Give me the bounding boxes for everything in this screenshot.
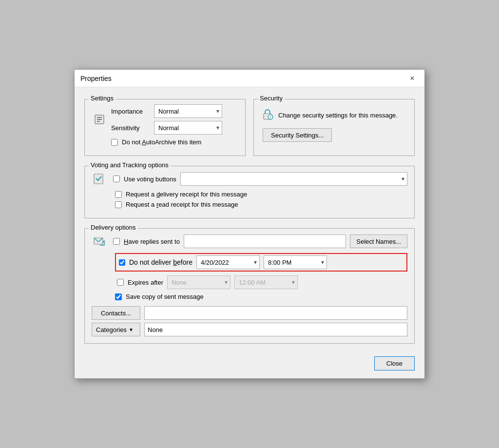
settings-security-row: Settings Importance <box>84 95 415 156</box>
contacts-row: Contacts... <box>92 306 407 320</box>
save-copy-row: Save copy of sent message <box>92 293 407 300</box>
delivery-receipt-row: Request a delivery receipt for this mess… <box>92 191 407 198</box>
settings-icons-row: Importance Normal Low High Sensitivity <box>92 104 238 135</box>
expires-time-select[interactable]: 12:00 AM <box>234 275 298 289</box>
delivery-icon <box>92 234 107 249</box>
expires-after-checkbox[interactable] <box>117 279 124 286</box>
voting-icon <box>92 171 107 187</box>
use-voting-label[interactable]: Use voting buttons <box>124 175 176 183</box>
expires-after-row: Expires after None 12:00 AM <box>92 275 407 289</box>
do-not-deliver-time-select[interactable]: 8:00 PM <box>264 255 327 269</box>
voting-options-dropdown-wrapper[interactable] <box>180 172 407 186</box>
security-settings-button[interactable]: Security Settings... <box>263 128 332 142</box>
do-not-deliver-time-wrapper[interactable]: 8:00 PM <box>264 255 327 269</box>
voting-section: Voting and Tracking options Use voting b… <box>84 166 415 218</box>
security-section: Security ! Change security settings for … <box>253 99 415 156</box>
security-lock-icon: ! <box>261 107 274 123</box>
save-copy-label[interactable]: Save copy of sent message <box>126 293 204 300</box>
do-not-deliver-date-wrapper[interactable]: 4/20/2022 <box>196 255 260 269</box>
delivery-section-label: Delivery options <box>89 224 138 231</box>
importance-select[interactable]: Normal Low High <box>154 104 222 118</box>
security-settings-btn-row: Security Settings... <box>261 128 407 142</box>
voting-section-label: Voting and Tracking options <box>89 161 171 169</box>
close-dialog-button[interactable]: Close <box>374 356 415 370</box>
do-not-deliver-row: Do not deliver before 4/20/2022 8:00 PM <box>115 253 407 272</box>
importance-dropdown-wrapper[interactable]: Normal Low High <box>154 104 222 118</box>
select-names-button[interactable]: Select Names... <box>350 234 407 248</box>
svg-text:!: ! <box>270 116 271 119</box>
security-section-label: Security <box>258 95 285 102</box>
read-receipt-label[interactable]: Request a read receipt for this message <box>126 201 238 208</box>
have-replies-label[interactable]: Have replies sent to <box>124 238 180 245</box>
have-replies-row: Have replies sent to Select Names... <box>92 234 407 249</box>
sensitivity-label: Sensitivity <box>111 124 150 132</box>
do-not-deliver-label[interactable]: Do not deliver before <box>129 258 192 266</box>
delivery-receipt-checkbox[interactable] <box>115 191 122 198</box>
categories-chevron-icon: ▼ <box>129 327 134 332</box>
have-replies-input[interactable] <box>184 234 346 248</box>
sensitivity-dropdown-wrapper[interactable]: Normal Personal Private Confidential <box>154 121 222 135</box>
title-bar: Properties × <box>75 70 424 87</box>
settings-section-label: Settings <box>89 95 115 102</box>
autoarchive-label[interactable]: Do not AutoArchive this item <box>122 138 201 146</box>
contacts-button[interactable]: Contacts... <box>92 306 140 320</box>
settings-section: Settings Importance <box>84 99 246 156</box>
save-copy-checkbox[interactable] <box>115 293 122 300</box>
categories-button[interactable]: Categories ▼ <box>92 323 140 336</box>
security-info-row: ! Change security settings for this mess… <box>261 107 407 123</box>
autoarchive-checkbox[interactable] <box>111 139 118 146</box>
delivery-receipt-label[interactable]: Request a delivery receipt for this mess… <box>126 191 247 198</box>
expires-date-wrapper[interactable]: None <box>167 275 230 289</box>
expires-time-wrapper[interactable]: 12:00 AM <box>234 275 298 289</box>
title-bar-close-button[interactable]: × <box>406 72 419 85</box>
do-not-deliver-checkbox[interactable] <box>119 259 125 266</box>
settings-icon <box>92 112 107 127</box>
autoarchive-row: Do not AutoArchive this item <box>92 138 238 146</box>
categories-input[interactable] <box>144 323 407 336</box>
properties-dialog: Properties × Settings <box>74 69 425 379</box>
contacts-input[interactable] <box>144 306 407 320</box>
dialog-footer: Close <box>75 351 424 378</box>
dialog-title: Properties <box>80 75 112 82</box>
delivery-section: Delivery options Have replies sent to <box>84 228 415 344</box>
sensitivity-select[interactable]: Normal Personal Private Confidential <box>154 121 222 135</box>
expires-checkbox-row: Expires after <box>115 279 163 286</box>
categories-row: Categories ▼ <box>92 323 407 336</box>
have-replies-checkbox[interactable] <box>113 238 120 245</box>
read-receipt-row: Request a read receipt for this message <box>92 201 407 208</box>
expires-date-select[interactable]: None <box>167 275 230 289</box>
voting-icon-row: Use voting buttons <box>92 171 407 187</box>
do-not-deliver-date-select[interactable]: 4/20/2022 <box>196 255 260 269</box>
expires-after-label[interactable]: Expires after <box>128 279 163 286</box>
read-receipt-checkbox[interactable] <box>115 201 122 208</box>
use-voting-row: Use voting buttons <box>111 175 176 183</box>
importance-label: Importance <box>111 108 150 115</box>
svg-rect-7 <box>94 174 103 184</box>
have-replies-checkbox-row: Have replies sent to <box>111 238 180 245</box>
use-voting-checkbox[interactable] <box>113 175 120 182</box>
voting-options-select[interactable] <box>180 172 407 186</box>
security-content: ! Change security settings for this mess… <box>261 104 407 142</box>
dialog-body: Settings Importance <box>75 87 424 351</box>
security-info-text: Change security settings for this messag… <box>278 112 398 119</box>
